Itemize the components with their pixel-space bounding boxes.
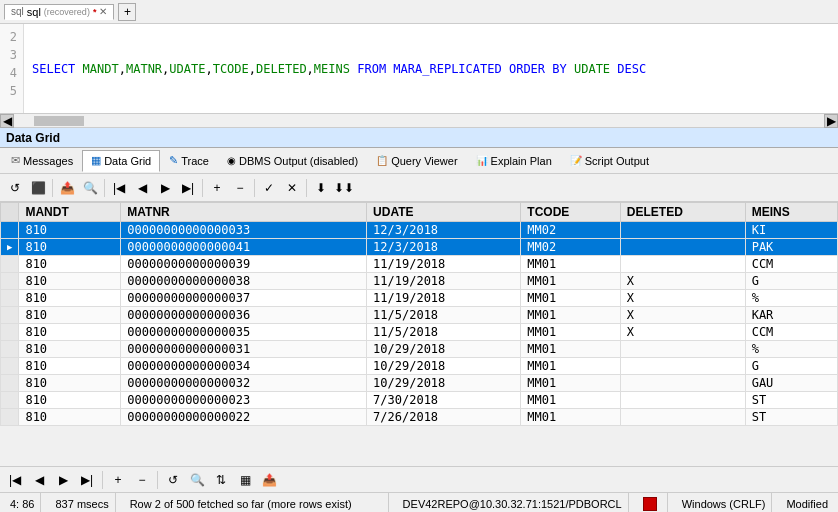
cell-meins[interactable]: ST — [745, 409, 837, 426]
tab-close-button[interactable]: ✕ — [99, 6, 107, 17]
export-button[interactable]: 📤 — [56, 177, 78, 199]
cell-matnr[interactable]: 00000000000000033 — [121, 222, 367, 239]
cell-tcode[interactable]: MM01 — [521, 324, 621, 341]
cell-mandt[interactable]: 810 — [19, 358, 121, 375]
cell-udate[interactable]: 11/19/2018 — [367, 290, 521, 307]
table-row[interactable]: 8100000000000000003210/29/2018MM01GAU — [1, 375, 838, 392]
nav-filter-button[interactable]: 🔍 — [186, 469, 208, 491]
tab-trace[interactable]: ✎ Trace — [160, 150, 218, 172]
col-mandt[interactable]: MANDT — [19, 203, 121, 222]
h-scroll-track[interactable] — [14, 116, 824, 126]
cell-mandt[interactable]: 810 — [19, 392, 121, 409]
table-row[interactable]: 8100000000000000003410/29/2018MM01G — [1, 358, 838, 375]
cell-udate[interactable]: 10/29/2018 — [367, 375, 521, 392]
cell-meins[interactable]: ST — [745, 392, 837, 409]
cell-matnr[interactable]: 00000000000000037 — [121, 290, 367, 307]
cell-mandt[interactable]: 810 — [19, 290, 121, 307]
cell-tcode[interactable]: MM02 — [521, 239, 621, 256]
scroll-right-button[interactable]: ▶ — [824, 114, 838, 128]
cell-mandt[interactable]: 810 — [19, 409, 121, 426]
nav-first-button[interactable]: |◀ — [4, 469, 26, 491]
cell-tcode[interactable]: MM01 — [521, 409, 621, 426]
cell-meins[interactable]: G — [745, 358, 837, 375]
cell-mandt[interactable]: 810 — [19, 239, 121, 256]
cell-mandt[interactable]: 810 — [19, 307, 121, 324]
fetch-more-button[interactable]: ⬇ — [310, 177, 332, 199]
cell-deleted[interactable]: X — [620, 290, 745, 307]
last-button[interactable]: ▶| — [177, 177, 199, 199]
cell-udate[interactable]: 11/5/2018 — [367, 307, 521, 324]
tab-queryviewer[interactable]: 📋 Query Viewer — [367, 150, 466, 172]
cell-deleted[interactable] — [620, 239, 745, 256]
cell-meins[interactable]: GAU — [745, 375, 837, 392]
nav-sort-button[interactable]: ⇅ — [210, 469, 232, 491]
nav-columns-button[interactable]: ▦ — [234, 469, 256, 491]
cell-matnr[interactable]: 00000000000000023 — [121, 392, 367, 409]
nav-last-button[interactable]: ▶| — [76, 469, 98, 491]
fetch-all-button[interactable]: ⬇⬇ — [333, 177, 355, 199]
cell-udate[interactable]: 7/30/2018 — [367, 392, 521, 409]
cell-tcode[interactable]: MM01 — [521, 358, 621, 375]
cell-udate[interactable]: 10/29/2018 — [367, 358, 521, 375]
cell-udate[interactable]: 12/3/2018 — [367, 222, 521, 239]
table-row[interactable]: 8100000000000000003711/19/2018MM01X% — [1, 290, 838, 307]
stop-button[interactable]: ⬛ — [27, 177, 49, 199]
cell-matnr[interactable]: 00000000000000036 — [121, 307, 367, 324]
cell-meins[interactable]: CCM — [745, 256, 837, 273]
cell-tcode[interactable]: MM01 — [521, 375, 621, 392]
tab-scriptoutput[interactable]: 📝 Script Output — [561, 150, 658, 172]
cell-tcode[interactable]: MM02 — [521, 222, 621, 239]
prev-button[interactable]: ◀ — [131, 177, 153, 199]
cell-mandt[interactable]: 810 — [19, 324, 121, 341]
cell-mandt[interactable]: 810 — [19, 375, 121, 392]
new-tab-button[interactable]: + — [118, 3, 136, 21]
filter-button[interactable]: 🔍 — [79, 177, 101, 199]
cell-tcode[interactable]: MM01 — [521, 273, 621, 290]
col-meins[interactable]: MEINS — [745, 203, 837, 222]
cell-meins[interactable]: % — [745, 290, 837, 307]
table-row[interactable]: 8100000000000000003312/3/2018MM02KI — [1, 222, 838, 239]
refresh-button[interactable]: ↺ — [4, 177, 26, 199]
delete-button[interactable]: − — [229, 177, 251, 199]
cell-deleted[interactable] — [620, 256, 745, 273]
cell-mandt[interactable]: 810 — [19, 273, 121, 290]
nav-delete-button[interactable]: − — [131, 469, 153, 491]
insert-button[interactable]: + — [206, 177, 228, 199]
cell-deleted[interactable] — [620, 222, 745, 239]
table-row[interactable]: 8100000000000000003110/29/2018MM01% — [1, 341, 838, 358]
cell-matnr[interactable]: 00000000000000039 — [121, 256, 367, 273]
cell-matnr[interactable]: 00000000000000022 — [121, 409, 367, 426]
scroll-left-button[interactable]: ◀ — [0, 114, 14, 128]
cell-meins[interactable]: G — [745, 273, 837, 290]
horizontal-scrollbar[interactable]: ◀ ▶ — [0, 114, 838, 128]
cell-meins[interactable]: CCM — [745, 324, 837, 341]
col-tcode[interactable]: TCODE — [521, 203, 621, 222]
cell-deleted[interactable]: X — [620, 307, 745, 324]
tab-messages[interactable]: ✉ Messages — [2, 150, 82, 172]
cell-udate[interactable]: 11/19/2018 — [367, 273, 521, 290]
cell-meins[interactable]: KI — [745, 222, 837, 239]
cell-udate[interactable]: 11/19/2018 — [367, 256, 521, 273]
tab-explainplan[interactable]: 📊 Explain Plan — [467, 150, 561, 172]
commit-button[interactable]: ✓ — [258, 177, 280, 199]
cell-meins[interactable]: % — [745, 341, 837, 358]
table-row[interactable]: 810000000000000000237/30/2018MM01ST — [1, 392, 838, 409]
cell-deleted[interactable]: X — [620, 324, 745, 341]
cell-deleted[interactable]: X — [620, 273, 745, 290]
nav-prev-button[interactable]: ◀ — [28, 469, 50, 491]
rollback-button[interactable]: ✕ — [281, 177, 303, 199]
cell-udate[interactable]: 7/26/2018 — [367, 409, 521, 426]
cell-mandt[interactable]: 810 — [19, 341, 121, 358]
cell-tcode[interactable]: MM01 — [521, 290, 621, 307]
nav-refresh-button[interactable]: ↺ — [162, 469, 184, 491]
cell-matnr[interactable]: 00000000000000038 — [121, 273, 367, 290]
cell-deleted[interactable] — [620, 392, 745, 409]
cell-udate[interactable]: 12/3/2018 — [367, 239, 521, 256]
cell-meins[interactable]: PAK — [745, 239, 837, 256]
cell-matnr[interactable]: 00000000000000035 — [121, 324, 367, 341]
cell-matnr[interactable]: 00000000000000031 — [121, 341, 367, 358]
first-button[interactable]: |◀ — [108, 177, 130, 199]
h-scroll-thumb[interactable] — [34, 116, 84, 126]
table-row[interactable]: 8100000000000000003811/19/2018MM01XG — [1, 273, 838, 290]
nav-insert-button[interactable]: + — [107, 469, 129, 491]
